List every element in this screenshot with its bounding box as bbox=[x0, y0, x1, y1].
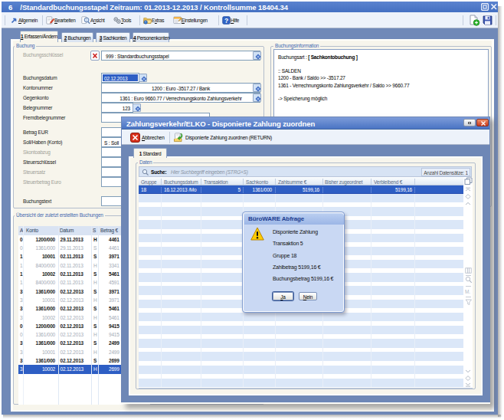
svg-text:?: ? bbox=[224, 17, 228, 25]
svg-text:M.: M. bbox=[465, 289, 470, 294]
